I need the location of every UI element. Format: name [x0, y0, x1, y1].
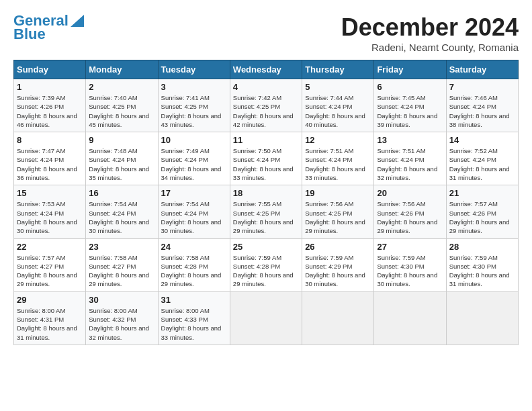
calendar-cell: 31Sunrise: 8:00 AMSunset: 4:33 PMDayligh…	[158, 291, 230, 345]
day-number: 18	[233, 188, 299, 198]
day-info: Sunrise: 8:00 AMSunset: 4:33 PMDaylight:…	[161, 306, 227, 342]
day-info: Sunrise: 7:56 AMSunset: 4:26 PMDaylight:…	[377, 199, 443, 235]
day-info: Sunrise: 7:54 AMSunset: 4:24 PMDaylight:…	[89, 199, 154, 235]
calendar-cell: 16Sunrise: 7:54 AMSunset: 4:24 PMDayligh…	[86, 185, 158, 238]
day-info: Sunrise: 8:00 AMSunset: 4:31 PMDaylight:…	[17, 306, 83, 342]
calendar-cell: 3Sunrise: 7:41 AMSunset: 4:25 PMDaylight…	[158, 79, 230, 132]
day-info: Sunrise: 7:46 AMSunset: 4:24 PMDaylight:…	[449, 93, 515, 129]
page-header: General Blue December 2024 Radeni, Neamt…	[13, 13, 519, 53]
day-info: Sunrise: 7:42 AMSunset: 4:25 PMDaylight:…	[233, 93, 299, 129]
calendar-cell: 27Sunrise: 7:59 AMSunset: 4:30 PMDayligh…	[374, 238, 446, 291]
day-number: 19	[305, 188, 371, 198]
day-number: 8	[17, 135, 83, 145]
col-saturday: Saturday	[446, 60, 518, 79]
day-number: 3	[161, 82, 227, 92]
calendar-row: 8Sunrise: 7:47 AMSunset: 4:24 PMDaylight…	[14, 132, 519, 185]
day-number: 31	[161, 295, 227, 305]
day-number: 20	[377, 188, 443, 198]
calendar-cell: 9Sunrise: 7:48 AMSunset: 4:24 PMDaylight…	[86, 132, 158, 185]
day-number: 9	[89, 135, 154, 145]
day-info: Sunrise: 7:41 AMSunset: 4:25 PMDaylight:…	[161, 93, 227, 129]
col-friday: Friday	[374, 60, 446, 79]
calendar-cell: 7Sunrise: 7:46 AMSunset: 4:24 PMDaylight…	[446, 79, 518, 132]
day-info: Sunrise: 7:45 AMSunset: 4:24 PMDaylight:…	[377, 93, 443, 129]
logo-subtext: Blue	[13, 27, 46, 42]
calendar-cell: 28Sunrise: 7:59 AMSunset: 4:30 PMDayligh…	[446, 238, 518, 291]
calendar-cell: 10Sunrise: 7:49 AMSunset: 4:24 PMDayligh…	[158, 132, 230, 185]
day-number: 16	[89, 188, 154, 198]
day-info: Sunrise: 7:49 AMSunset: 4:24 PMDaylight:…	[161, 146, 227, 182]
day-info: Sunrise: 7:59 AMSunset: 4:29 PMDaylight:…	[305, 253, 371, 289]
day-info: Sunrise: 7:57 AMSunset: 4:27 PMDaylight:…	[17, 253, 83, 289]
day-number: 4	[233, 82, 299, 92]
day-info: Sunrise: 7:58 AMSunset: 4:27 PMDaylight:…	[89, 253, 154, 289]
day-info: Sunrise: 7:54 AMSunset: 4:24 PMDaylight:…	[161, 199, 227, 235]
day-info: Sunrise: 7:51 AMSunset: 4:24 PMDaylight:…	[305, 146, 371, 182]
title-block: December 2024 Radeni, Neamt County, Roma…	[341, 13, 519, 53]
day-number: 5	[305, 82, 371, 92]
day-info: Sunrise: 8:00 AMSunset: 4:32 PMDaylight:…	[89, 306, 154, 342]
calendar-cell: 23Sunrise: 7:58 AMSunset: 4:27 PMDayligh…	[86, 238, 158, 291]
calendar-cell: 21Sunrise: 7:57 AMSunset: 4:26 PMDayligh…	[446, 185, 518, 238]
calendar-cell: 6Sunrise: 7:45 AMSunset: 4:24 PMDaylight…	[374, 79, 446, 132]
day-number: 28	[449, 242, 515, 252]
day-number: 14	[449, 135, 515, 145]
day-number: 11	[233, 135, 299, 145]
calendar-cell: 26Sunrise: 7:59 AMSunset: 4:29 PMDayligh…	[302, 238, 374, 291]
calendar-cell	[446, 291, 518, 345]
logo: General Blue	[13, 13, 84, 42]
calendar-cell	[230, 291, 302, 345]
day-number: 27	[377, 242, 443, 252]
calendar-cell: 4Sunrise: 7:42 AMSunset: 4:25 PMDaylight…	[230, 79, 302, 132]
day-number: 17	[161, 188, 227, 198]
day-number: 26	[305, 242, 371, 252]
col-wednesday: Wednesday	[230, 60, 302, 79]
day-number: 12	[305, 135, 371, 145]
calendar-cell	[374, 291, 446, 345]
calendar-cell: 11Sunrise: 7:50 AMSunset: 4:24 PMDayligh…	[230, 132, 302, 185]
calendar-cell: 5Sunrise: 7:44 AMSunset: 4:24 PMDaylight…	[302, 79, 374, 132]
calendar-row: 29Sunrise: 8:00 AMSunset: 4:31 PMDayligh…	[14, 291, 519, 345]
day-number: 25	[233, 242, 299, 252]
day-info: Sunrise: 7:58 AMSunset: 4:28 PMDaylight:…	[161, 253, 227, 289]
col-thursday: Thursday	[302, 60, 374, 79]
calendar-cell	[302, 291, 374, 345]
day-number: 22	[17, 242, 83, 252]
day-number: 2	[89, 82, 154, 92]
calendar-header-row: Sunday Monday Tuesday Wednesday Thursday…	[14, 60, 519, 79]
day-info: Sunrise: 7:47 AMSunset: 4:24 PMDaylight:…	[17, 146, 83, 182]
calendar-cell: 25Sunrise: 7:59 AMSunset: 4:28 PMDayligh…	[230, 238, 302, 291]
calendar-row: 1Sunrise: 7:39 AMSunset: 4:26 PMDaylight…	[14, 79, 519, 132]
day-number: 15	[17, 188, 83, 198]
day-info: Sunrise: 7:59 AMSunset: 4:28 PMDaylight:…	[233, 253, 299, 289]
calendar-cell: 22Sunrise: 7:57 AMSunset: 4:27 PMDayligh…	[14, 238, 86, 291]
calendar-cell: 1Sunrise: 7:39 AMSunset: 4:26 PMDaylight…	[14, 79, 86, 132]
calendar-cell: 30Sunrise: 8:00 AMSunset: 4:32 PMDayligh…	[86, 291, 158, 345]
location: Radeni, Neamt County, Romania	[341, 42, 519, 53]
day-number: 23	[89, 242, 154, 252]
calendar-cell: 15Sunrise: 7:53 AMSunset: 4:24 PMDayligh…	[14, 185, 86, 238]
day-number: 24	[161, 242, 227, 252]
day-number: 30	[89, 295, 154, 305]
calendar-cell: 18Sunrise: 7:55 AMSunset: 4:25 PMDayligh…	[230, 185, 302, 238]
day-info: Sunrise: 7:57 AMSunset: 4:26 PMDaylight:…	[449, 199, 515, 235]
day-number: 1	[17, 82, 83, 92]
day-info: Sunrise: 7:40 AMSunset: 4:25 PMDaylight:…	[89, 93, 154, 129]
day-info: Sunrise: 7:52 AMSunset: 4:24 PMDaylight:…	[449, 146, 515, 182]
day-info: Sunrise: 7:44 AMSunset: 4:24 PMDaylight:…	[305, 93, 371, 129]
day-number: 29	[17, 295, 83, 305]
day-info: Sunrise: 7:48 AMSunset: 4:24 PMDaylight:…	[89, 146, 154, 182]
calendar-cell: 8Sunrise: 7:47 AMSunset: 4:24 PMDaylight…	[14, 132, 86, 185]
col-tuesday: Tuesday	[158, 60, 230, 79]
day-info: Sunrise: 7:59 AMSunset: 4:30 PMDaylight:…	[377, 253, 443, 289]
day-number: 21	[449, 188, 515, 198]
calendar-cell: 2Sunrise: 7:40 AMSunset: 4:25 PMDaylight…	[86, 79, 158, 132]
calendar-row: 22Sunrise: 7:57 AMSunset: 4:27 PMDayligh…	[14, 238, 519, 291]
day-number: 6	[377, 82, 443, 92]
day-number: 13	[377, 135, 443, 145]
day-info: Sunrise: 7:55 AMSunset: 4:25 PMDaylight:…	[233, 199, 299, 235]
month-title: December 2024	[341, 13, 519, 42]
calendar-cell: 12Sunrise: 7:51 AMSunset: 4:24 PMDayligh…	[302, 132, 374, 185]
svg-marker-0	[71, 15, 84, 27]
col-monday: Monday	[86, 60, 158, 79]
